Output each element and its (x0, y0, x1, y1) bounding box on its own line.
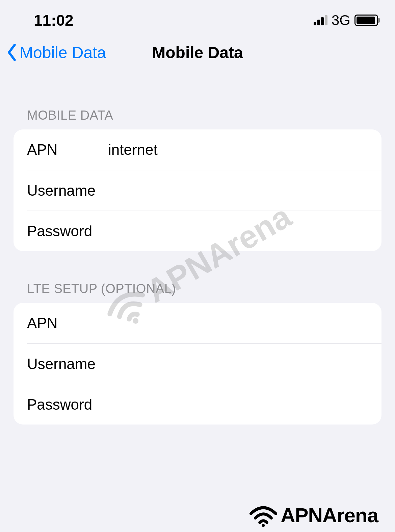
nav-bar: Mobile Data Mobile Data (0, 37, 395, 78)
footer-logo: APNArena (248, 503, 378, 527)
battery-icon (354, 15, 378, 26)
username-label: Username (27, 182, 108, 199)
back-button[interactable]: Mobile Data (7, 43, 106, 62)
lte-apn-input[interactable] (108, 315, 368, 332)
lte-password-label: Password (27, 396, 108, 413)
page-title: Mobile Data (152, 43, 243, 62)
lte-password-input[interactable] (108, 396, 368, 413)
row-apn[interactable]: APN (14, 129, 381, 170)
apn-input[interactable] (108, 141, 368, 158)
section-header-lte: LTE SETUP (OPTIONAL) (0, 251, 395, 303)
password-input[interactable] (108, 223, 368, 240)
signal-icon (314, 15, 327, 25)
footer-logo-text: APNArena (281, 504, 378, 527)
apn-label: APN (27, 141, 108, 158)
username-input[interactable] (108, 182, 368, 199)
lte-username-label: Username (27, 356, 108, 372)
row-lte-username[interactable]: Username (27, 343, 381, 384)
status-indicators: 3G (314, 12, 378, 28)
svg-point-1 (262, 524, 265, 527)
lte-apn-label: APN (27, 315, 108, 332)
row-lte-apn[interactable]: APN (14, 303, 381, 343)
password-label: Password (27, 223, 108, 240)
section-header-mobile-data: MOBILE DATA (0, 78, 395, 129)
wifi-icon (248, 503, 279, 527)
back-label: Mobile Data (20, 43, 106, 62)
status-bar: 11:02 3G (0, 0, 395, 37)
section-mobile-data: APN Username Password (14, 129, 381, 251)
chevron-left-icon (7, 44, 17, 61)
row-password[interactable]: Password (27, 211, 381, 251)
section-lte: APN Username Password (14, 303, 381, 425)
lte-username-input[interactable] (108, 356, 368, 372)
status-time: 11:02 (34, 11, 74, 29)
row-username[interactable]: Username (27, 170, 381, 211)
network-type: 3G (332, 12, 350, 28)
row-lte-password[interactable]: Password (27, 384, 381, 425)
